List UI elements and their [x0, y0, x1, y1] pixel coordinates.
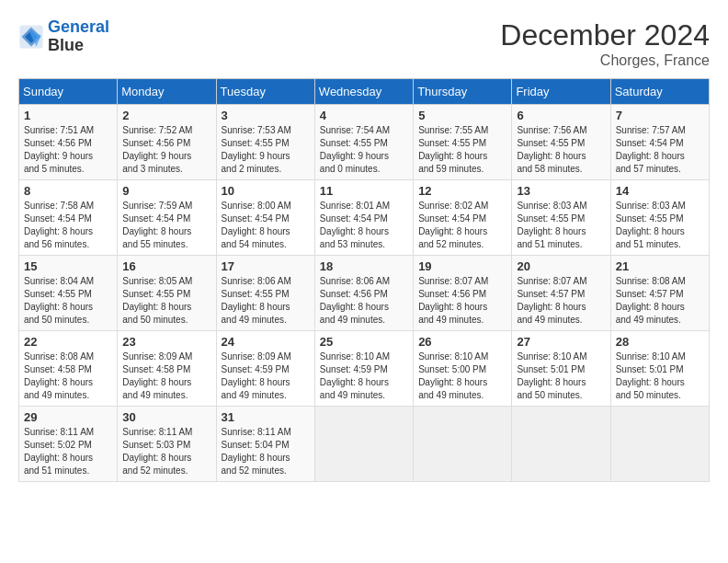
day-number: 11 — [320, 184, 408, 198]
calendar-cell: 9Sunrise: 7:59 AM Sunset: 4:54 PM Daylig… — [118, 180, 216, 256]
col-tuesday: Tuesday — [216, 79, 314, 105]
day-info: Sunrise: 8:05 AM Sunset: 4:55 PM Dayligh… — [122, 275, 210, 327]
day-number: 28 — [616, 335, 704, 349]
header-row: Sunday Monday Tuesday Wednesday Thursday… — [19, 79, 710, 105]
day-number: 14 — [616, 184, 704, 198]
calendar-cell: 25Sunrise: 8:10 AM Sunset: 4:59 PM Dayli… — [314, 331, 413, 407]
day-number: 18 — [320, 259, 408, 273]
day-info: Sunrise: 8:08 AM Sunset: 4:57 PM Dayligh… — [616, 275, 704, 327]
day-number: 6 — [517, 109, 605, 122]
calendar-cell: 7Sunrise: 7:57 AM Sunset: 4:54 PM Daylig… — [610, 105, 709, 180]
day-number: 3 — [222, 109, 310, 122]
calendar-cell: 24Sunrise: 8:09 AM Sunset: 4:59 PM Dayli… — [216, 331, 314, 407]
calendar-cell: 21Sunrise: 8:08 AM Sunset: 4:57 PM Dayli… — [610, 256, 709, 331]
day-info: Sunrise: 8:06 AM Sunset: 4:55 PM Dayligh… — [222, 275, 310, 327]
day-number: 4 — [320, 109, 408, 122]
day-info: Sunrise: 7:53 AM Sunset: 4:55 PM Dayligh… — [222, 124, 310, 176]
header: General Blue December 2024 Chorges, Fran… — [18, 18, 710, 69]
calendar-cell: 11Sunrise: 8:01 AM Sunset: 4:54 PM Dayli… — [314, 180, 413, 256]
calendar-cell: 19Sunrise: 8:07 AM Sunset: 4:56 PM Dayli… — [414, 256, 512, 331]
day-info: Sunrise: 8:03 AM Sunset: 4:55 PM Dayligh… — [616, 200, 704, 251]
day-info: Sunrise: 8:09 AM Sunset: 4:58 PM Dayligh… — [122, 350, 210, 402]
logo-text: General Blue — [48, 18, 109, 55]
day-info: Sunrise: 7:51 AM Sunset: 4:56 PM Dayligh… — [24, 124, 112, 176]
calendar-week-row: 8Sunrise: 7:58 AM Sunset: 4:54 PM Daylig… — [19, 180, 710, 256]
calendar-cell — [610, 407, 709, 482]
day-info: Sunrise: 8:10 AM Sunset: 5:01 PM Dayligh… — [517, 350, 605, 402]
calendar-week-row: 29Sunrise: 8:11 AM Sunset: 5:02 PM Dayli… — [19, 407, 710, 482]
day-info: Sunrise: 8:11 AM Sunset: 5:03 PM Dayligh… — [122, 426, 210, 477]
day-info: Sunrise: 8:07 AM Sunset: 4:57 PM Dayligh… — [517, 275, 605, 327]
calendar-week-row: 15Sunrise: 8:04 AM Sunset: 4:55 PM Dayli… — [19, 256, 710, 331]
calendar-cell: 27Sunrise: 8:10 AM Sunset: 5:01 PM Dayli… — [512, 331, 610, 407]
day-number: 29 — [24, 410, 112, 424]
calendar-cell: 23Sunrise: 8:09 AM Sunset: 4:58 PM Dayli… — [118, 331, 216, 407]
calendar-cell — [414, 407, 512, 482]
calendar-cell: 4Sunrise: 7:54 AM Sunset: 4:55 PM Daylig… — [314, 105, 413, 180]
calendar-cell: 31Sunrise: 8:11 AM Sunset: 5:04 PM Dayli… — [216, 407, 314, 482]
calendar-cell: 15Sunrise: 8:04 AM Sunset: 4:55 PM Dayli… — [19, 256, 118, 331]
day-number: 8 — [24, 184, 112, 198]
calendar-cell: 30Sunrise: 8:11 AM Sunset: 5:03 PM Dayli… — [118, 407, 216, 482]
calendar-cell: 12Sunrise: 8:02 AM Sunset: 4:54 PM Dayli… — [414, 180, 512, 256]
calendar-cell: 8Sunrise: 7:58 AM Sunset: 4:54 PM Daylig… — [19, 180, 118, 256]
day-info: Sunrise: 7:52 AM Sunset: 4:56 PM Dayligh… — [122, 124, 210, 176]
calendar-cell: 13Sunrise: 8:03 AM Sunset: 4:55 PM Dayli… — [512, 180, 610, 256]
day-info: Sunrise: 8:01 AM Sunset: 4:54 PM Dayligh… — [320, 200, 408, 251]
day-number: 30 — [122, 410, 210, 424]
day-info: Sunrise: 8:07 AM Sunset: 4:56 PM Dayligh… — [418, 275, 506, 327]
calendar-cell — [314, 407, 413, 482]
month-title: December 2024 — [500, 18, 710, 52]
day-info: Sunrise: 8:00 AM Sunset: 4:54 PM Dayligh… — [222, 200, 310, 251]
calendar-cell: 28Sunrise: 8:10 AM Sunset: 5:01 PM Dayli… — [610, 331, 709, 407]
calendar-cell: 16Sunrise: 8:05 AM Sunset: 4:55 PM Dayli… — [118, 256, 216, 331]
day-info: Sunrise: 8:09 AM Sunset: 4:59 PM Dayligh… — [222, 350, 310, 402]
day-number: 17 — [222, 259, 310, 273]
day-number: 10 — [222, 184, 310, 198]
title-area: December 2024 Chorges, France — [500, 18, 710, 69]
col-saturday: Saturday — [610, 79, 709, 105]
day-info: Sunrise: 7:57 AM Sunset: 4:54 PM Dayligh… — [616, 124, 704, 176]
day-number: 24 — [222, 335, 310, 349]
day-number: 16 — [122, 259, 210, 273]
calendar-cell: 2Sunrise: 7:52 AM Sunset: 4:56 PM Daylig… — [118, 105, 216, 180]
calendar-table: Sunday Monday Tuesday Wednesday Thursday… — [18, 78, 710, 482]
calendar-cell: 1Sunrise: 7:51 AM Sunset: 4:56 PM Daylig… — [19, 105, 118, 180]
day-number: 1 — [24, 109, 112, 122]
day-number: 5 — [418, 109, 506, 122]
day-info: Sunrise: 8:10 AM Sunset: 5:01 PM Dayligh… — [616, 350, 704, 402]
day-number: 9 — [122, 184, 210, 198]
day-number: 31 — [222, 410, 310, 424]
day-info: Sunrise: 8:03 AM Sunset: 4:55 PM Dayligh… — [517, 200, 605, 251]
calendar-cell: 22Sunrise: 8:08 AM Sunset: 4:58 PM Dayli… — [19, 331, 118, 407]
day-info: Sunrise: 8:11 AM Sunset: 5:04 PM Dayligh… — [222, 426, 310, 477]
day-info: Sunrise: 8:10 AM Sunset: 4:59 PM Dayligh… — [320, 350, 408, 402]
calendar-cell: 20Sunrise: 8:07 AM Sunset: 4:57 PM Dayli… — [512, 256, 610, 331]
col-monday: Monday — [118, 79, 216, 105]
col-friday: Friday — [512, 79, 610, 105]
calendar-week-row: 22Sunrise: 8:08 AM Sunset: 4:58 PM Dayli… — [19, 331, 710, 407]
day-info: Sunrise: 8:10 AM Sunset: 5:00 PM Dayligh… — [418, 350, 506, 402]
logo-icon — [18, 24, 44, 50]
calendar-cell: 6Sunrise: 7:56 AM Sunset: 4:55 PM Daylig… — [512, 105, 610, 180]
location-subtitle: Chorges, France — [500, 52, 710, 69]
calendar-cell: 26Sunrise: 8:10 AM Sunset: 5:00 PM Dayli… — [414, 331, 512, 407]
calendar-cell: 29Sunrise: 8:11 AM Sunset: 5:02 PM Dayli… — [19, 407, 118, 482]
calendar-cell — [512, 407, 610, 482]
col-thursday: Thursday — [414, 79, 512, 105]
day-number: 21 — [616, 259, 704, 273]
day-number: 15 — [24, 259, 112, 273]
day-number: 25 — [320, 335, 408, 349]
day-info: Sunrise: 8:04 AM Sunset: 4:55 PM Dayligh… — [24, 275, 112, 327]
day-number: 20 — [517, 259, 605, 273]
calendar-body: 1Sunrise: 7:51 AM Sunset: 4:56 PM Daylig… — [19, 105, 710, 482]
calendar-cell: 14Sunrise: 8:03 AM Sunset: 4:55 PM Dayli… — [610, 180, 709, 256]
day-info: Sunrise: 7:54 AM Sunset: 4:55 PM Dayligh… — [320, 124, 408, 176]
day-info: Sunrise: 8:11 AM Sunset: 5:02 PM Dayligh… — [24, 426, 112, 477]
day-info: Sunrise: 8:08 AM Sunset: 4:58 PM Dayligh… — [24, 350, 112, 402]
day-number: 23 — [122, 335, 210, 349]
day-info: Sunrise: 8:06 AM Sunset: 4:56 PM Dayligh… — [320, 275, 408, 327]
day-info: Sunrise: 7:58 AM Sunset: 4:54 PM Dayligh… — [24, 200, 112, 251]
day-info: Sunrise: 7:56 AM Sunset: 4:55 PM Dayligh… — [517, 124, 605, 176]
day-number: 27 — [517, 335, 605, 349]
